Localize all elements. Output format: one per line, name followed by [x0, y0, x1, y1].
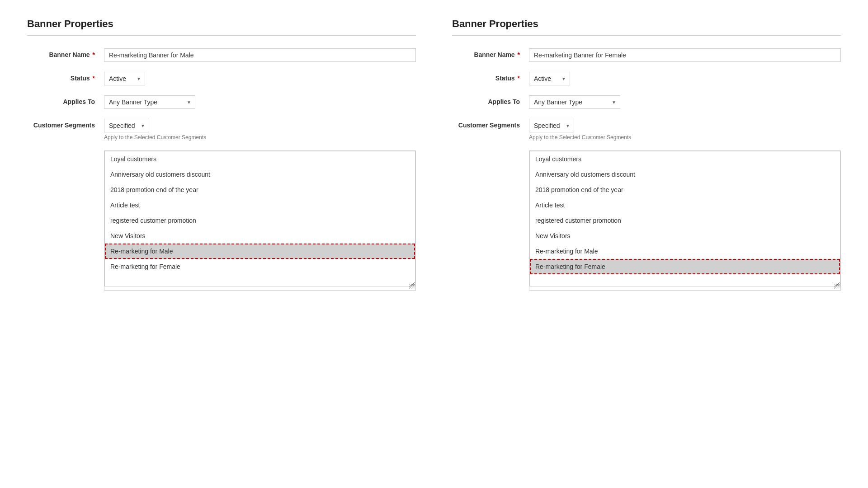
list-item[interactable]: registered customer promotion [530, 213, 840, 228]
right-segments-row: Customer Segments Specified All ▼ Apply … [452, 119, 841, 141]
left-status-select[interactable]: Active Inactive [104, 72, 145, 85]
left-segment-list-spacer [27, 150, 104, 153]
right-banner-name-row: Banner Name * [452, 48, 841, 62]
left-applies-to-select[interactable]: Any Banner Type Header Banner Footer Ban… [104, 96, 195, 108]
list-item[interactable]: Article test [105, 197, 415, 213]
left-segments-helper: Apply to the Selected Customer Segments [104, 134, 416, 141]
left-banner-name-input[interactable] [104, 48, 416, 62]
list-item[interactable]: New Visitors [530, 228, 840, 244]
right-segments-helper: Apply to the Selected Customer Segments [529, 134, 841, 141]
right-applies-to-label: Applies To [452, 95, 529, 105]
left-segments-row: Customer Segments Specified All ▼ Apply … [27, 119, 416, 141]
left-panel: Banner Properties Banner Name * Status *… [27, 18, 416, 300]
left-status-control: Active Inactive ▼ [104, 72, 416, 85]
right-panel: Banner Properties Banner Name * Status *… [452, 18, 841, 300]
right-status-required: * [516, 75, 520, 82]
list-item[interactable]: registered customer promotion [105, 213, 415, 228]
left-applies-to-row: Applies To Any Banner Type Header Banner… [27, 95, 416, 109]
right-status-row: Status * Active Inactive ▼ [452, 72, 841, 85]
left-segments-label: Customer Segments [27, 119, 104, 129]
list-item[interactable]: Anniversary old customers discount [105, 167, 415, 182]
right-applies-to-select-wrapper: Any Banner Type Header Banner Footer Ban… [529, 95, 620, 109]
list-item[interactable]: Anniversary old customers discount [530, 167, 840, 182]
left-status-label: Status * [27, 72, 104, 82]
right-segments-label: Customer Segments [452, 119, 529, 129]
list-item[interactable]: New Visitors [105, 228, 415, 244]
right-segment-list-container: Loyal customers Anniversary old customer… [529, 150, 841, 291]
left-segment-list-area: Loyal customers Anniversary old customer… [104, 150, 416, 291]
left-segments-select-wrapper: Specified All ▼ [104, 119, 149, 132]
left-segment-list-container: Loyal customers Anniversary old customer… [104, 150, 416, 291]
right-status-label: Status * [452, 72, 529, 82]
left-segment-list: Loyal customers Anniversary old customer… [104, 151, 415, 286]
left-segment-list-row: Loyal customers Anniversary old customer… [27, 150, 416, 291]
list-item[interactable]: Re-marketing for Female [105, 259, 415, 274]
left-status-select-wrapper: Active Inactive ▼ [104, 72, 145, 85]
page-container: Banner Properties Banner Name * Status *… [0, 0, 868, 319]
left-banner-name-control [104, 48, 416, 62]
list-item[interactable]: 2018 promotion end of the year [530, 182, 840, 197]
right-banner-name-input[interactable] [529, 48, 841, 62]
left-applies-to-control: Any Banner Type Header Banner Footer Ban… [104, 95, 416, 109]
left-status-row: Status * Active Inactive ▼ [27, 72, 416, 85]
right-status-control: Active Inactive ▼ [529, 72, 841, 85]
left-panel-title: Banner Properties [27, 18, 416, 30]
left-applies-to-select-wrapper: Any Banner Type Header Banner Footer Ban… [104, 95, 195, 109]
right-panel-title: Banner Properties [452, 18, 841, 30]
right-banner-name-required: * [516, 51, 520, 58]
left-applies-to-label: Applies To [27, 95, 104, 105]
left-banner-name-required: * [91, 51, 95, 58]
list-item[interactable]: Loyal customers [530, 151, 840, 167]
right-applies-to-control: Any Banner Type Header Banner Footer Ban… [529, 95, 841, 109]
right-status-select-wrapper: Active Inactive ▼ [529, 72, 570, 85]
right-panel-divider [452, 35, 841, 36]
left-banner-name-label: Banner Name * [27, 48, 104, 58]
list-item[interactable]: Loyal customers [105, 151, 415, 167]
list-item[interactable]: Article test [530, 197, 840, 213]
right-applies-to-row: Applies To Any Banner Type Header Banner… [452, 95, 841, 109]
list-item-selected[interactable]: Re-marketing for Female [530, 259, 840, 274]
left-panel-divider [27, 35, 416, 36]
right-segment-list-area: Loyal customers Anniversary old customer… [529, 150, 841, 291]
left-list-resize-handle[interactable] [409, 284, 415, 289]
right-segment-list-spacer [452, 150, 529, 153]
list-item[interactable]: Re-marketing for Male [530, 244, 840, 259]
left-segments-select[interactable]: Specified All [104, 119, 149, 132]
right-banner-name-label: Banner Name * [452, 48, 529, 58]
right-segment-list-row: Loyal customers Anniversary old customer… [452, 150, 841, 291]
list-item[interactable]: 2018 promotion end of the year [105, 182, 415, 197]
right-segments-control: Specified All ▼ Apply to the Selected Cu… [529, 119, 841, 141]
right-status-select[interactable]: Active Inactive [529, 72, 570, 85]
left-segments-control: Specified All ▼ Apply to the Selected Cu… [104, 119, 416, 141]
list-item-selected[interactable]: Re-marketing for Male [105, 244, 415, 259]
left-banner-name-row: Banner Name * [27, 48, 416, 62]
right-banner-name-control [529, 48, 841, 62]
right-segments-select[interactable]: Specified All [529, 119, 574, 132]
right-applies-to-select[interactable]: Any Banner Type Header Banner Footer Ban… [529, 96, 620, 108]
left-status-required: * [91, 75, 95, 82]
right-segments-select-wrapper: Specified All ▼ [529, 119, 574, 132]
right-list-resize-handle[interactable] [834, 284, 840, 289]
right-segment-list: Loyal customers Anniversary old customer… [529, 151, 840, 286]
